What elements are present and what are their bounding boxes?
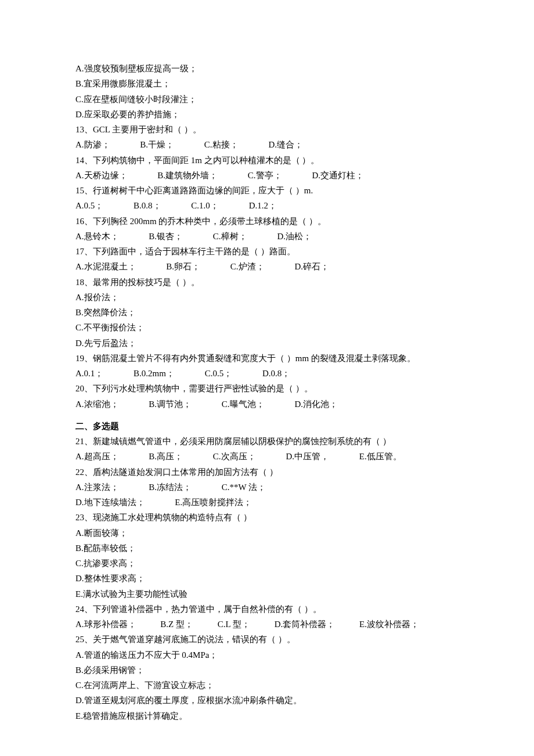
option: C.抗渗要求高； [75, 556, 467, 571]
question-stem-25: 25、关于燃气管道穿越河底施工的说法，错误的有（ ）。 [75, 632, 467, 647]
option: C.粘接； [204, 140, 239, 149]
option: C.0.5； [205, 369, 233, 378]
option: E.低压管。 [359, 452, 402, 461]
option: D.0.8； [262, 369, 290, 378]
option: A.防渗； [75, 140, 110, 149]
option-c: C.应在壁板间缝较小时段灌注； [75, 92, 467, 107]
option: D.碎石； [294, 262, 329, 271]
option: D.消化池； [294, 399, 338, 409]
question-options-16: A.悬铃木； B.银杏； C.樟树； D.油松； [75, 229, 467, 244]
option: D.先亏后盈法； [75, 336, 467, 351]
option: E.高压喷射搅拌法； [175, 498, 252, 507]
option: C.不平衡报价法； [75, 320, 467, 335]
option: B.建筑物外墙； [157, 171, 218, 180]
option: A.超高压； [75, 452, 119, 461]
option: B.配筋率较低； [75, 541, 467, 556]
option: A.管道的输送压力不应大于 0.4MPa； [75, 647, 467, 663]
question-options-17: A.水泥混凝土； B.卵石； C.炉渣； D.碎石； [75, 259, 467, 274]
question-options-24: A.球形补偿器； B.Z 型； C.L 型； D.套筒补偿器； E.波纹补偿器； [75, 617, 467, 632]
question-stem-23: 23、现浇施工水处理构筑物的构造特点有（ ） [75, 510, 467, 525]
option: B.必须采用钢管； [75, 663, 467, 678]
option: A.断面较薄； [75, 525, 467, 541]
document-page: A.强度较预制壁板应提高一级； B.宜采用微膨胀混凝土； C.应在壁板间缝较小时… [0, 0, 534, 756]
option: E.波纹补偿器； [359, 620, 419, 629]
option: B.调节池； [149, 399, 192, 409]
option: B.0.2mm； [134, 369, 175, 378]
question-stem-22: 22、盾构法隧道始发洞口土体常用的加固方法有（ ） [75, 465, 467, 480]
option: D.套筒补偿器； [275, 620, 335, 629]
option: B.高压； [149, 452, 183, 461]
option: A.水泥混凝土； [75, 262, 136, 271]
option: B.银杏； [149, 232, 183, 241]
question-options-22b: D.地下连续墙法； E.高压喷射搅拌法； [75, 495, 467, 510]
option: A.天桥边缘； [75, 171, 128, 180]
question-stem-14: 14、下列构筑物中，平面间距 1m 之内可以种植灌木的是（ ）。 [75, 153, 467, 168]
option: C.L 型； [218, 620, 250, 629]
option: C.樟树； [213, 232, 247, 241]
question-stem-16: 16、下列胸径 200mm 的乔木种类中，必须带土球移植的是（ ）。 [75, 214, 467, 229]
question-options-19: A.0.1； B.0.2mm； C.0.5； D.0.8； [75, 366, 467, 381]
option: D.整体性要求高； [75, 571, 467, 586]
question-options-22a: A.注浆法； B.冻结法； C.**W 法； [75, 480, 467, 495]
question-stem-21: 21、新建城镇燃气管道中，必须采用防腐层辅以阴极保护的腐蚀控制系统的有（ ） [75, 434, 467, 449]
option: C.炉渣； [230, 262, 265, 271]
question-stem-18: 18、最常用的投标技巧是（ ）。 [75, 275, 467, 290]
option: A.报价法； [75, 290, 467, 305]
option: C.**W 法； [222, 483, 266, 492]
question-stem-15: 15、行道树树干中心距离道路路面边缘的间距，应大于（ ）m. [75, 183, 467, 198]
section-heading-multi: 二、多选题 [75, 419, 467, 434]
option: E.稳管措施应根据计算确定。 [75, 708, 467, 723]
question-options-13: A.防渗； B.干燥； C.粘接； D.缝合； [75, 137, 467, 152]
option: C.次高压； [213, 452, 256, 461]
question-stem-17: 17、下列路面中，适合于园林车行主干路的是（ ）路面。 [75, 244, 467, 259]
option: D.中压管， [286, 452, 329, 461]
option: C.警亭； [248, 171, 282, 180]
question-stem-24: 24、下列管道补偿器中，热力管道中，属于自然补偿的有（ ）。 [75, 602, 467, 617]
option: B.Z 型； [160, 620, 193, 629]
option: D.地下连续墙法； [75, 498, 145, 507]
option: D.缝合； [268, 140, 303, 149]
option: C.曝气池； [222, 399, 265, 409]
question-options-14: A.天桥边缘； B.建筑物外墙； C.警亭； D.交通灯柱； [75, 168, 467, 183]
option-a: A.强度较预制壁板应提高一级； [75, 61, 467, 76]
option: D.管道至规划河底的覆土厚度，应根据水流冲刷条件确定。 [75, 693, 467, 708]
option: A.悬铃木； [75, 232, 119, 241]
option: B.0.8； [134, 201, 161, 210]
option: A.0.1； [75, 369, 103, 378]
option: B.冻结法； [149, 483, 192, 492]
question-stem-19: 19、钢筋混凝土管片不得有内外贯通裂缝和宽度大于（ ）mm 的裂缝及混凝土剥落现… [75, 351, 467, 366]
option: D.1.2； [249, 201, 277, 210]
option: B.干燥； [140, 140, 174, 149]
option: D.油松； [277, 232, 312, 241]
option: A.注浆法； [75, 483, 119, 492]
option: A.浓缩池； [75, 399, 119, 409]
option-d: D.应采取必要的养护措施； [75, 107, 467, 122]
question-options-21: A.超高压； B.高压； C.次高压； D.中压管， E.低压管。 [75, 449, 467, 464]
question-options-15: A.0.5； B.0.8； C.1.0； D.1.2； [75, 198, 467, 213]
option: A.球形补偿器； [75, 620, 136, 629]
question-options-20: A.浓缩池； B.调节池； C.曝气池； D.消化池； [75, 397, 467, 412]
option-b: B.宜采用微膨胀混凝土； [75, 76, 467, 91]
question-stem-20: 20、下列污水处理构筑物中，需要进行严密性试验的是（ ）。 [75, 381, 467, 396]
option: C.1.0； [191, 201, 219, 210]
option: C.在河流两岸上、下游宜设立标志； [75, 678, 467, 693]
option: A.0.5； [75, 201, 103, 210]
option: B.卵石； [166, 262, 200, 271]
option: E.满水试验为主要功能性试验 [75, 586, 467, 602]
option: D.交通灯柱； [312, 171, 364, 180]
option: B.突然降价法； [75, 305, 467, 320]
question-stem-13: 13、GCL 主要用于密封和（ ）。 [75, 122, 467, 137]
